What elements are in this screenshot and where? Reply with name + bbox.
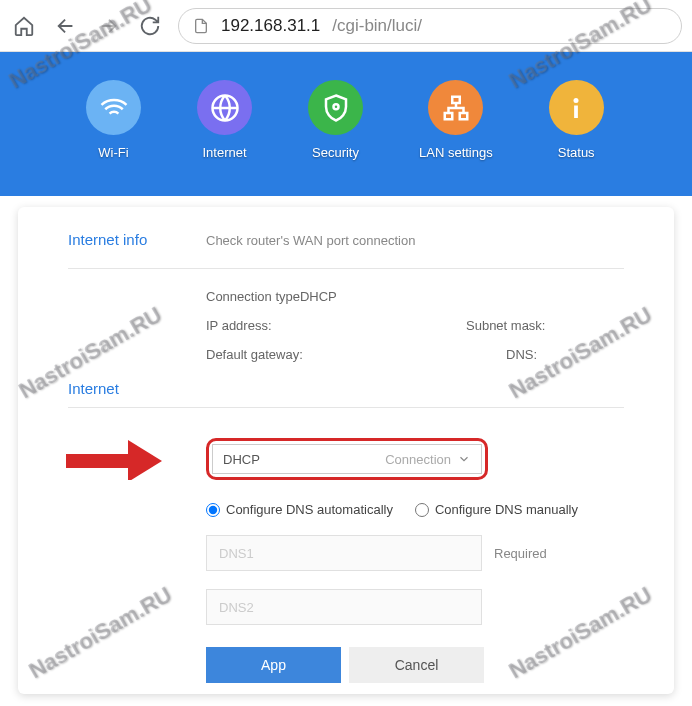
svg-marker-8	[128, 440, 162, 480]
globe-icon	[197, 80, 252, 135]
dns2-input[interactable]	[206, 589, 482, 625]
required-label: Required	[494, 546, 547, 561]
divider	[68, 268, 624, 269]
address-bar[interactable]: 192.168.31.1/cgi-bin/luci/	[178, 8, 682, 44]
dns-auto-radio[interactable]: Configure DNS automatically	[206, 502, 393, 517]
wan-hint: Check router's WAN port connection	[206, 231, 415, 248]
svg-rect-4	[460, 113, 468, 119]
svg-rect-7	[66, 454, 128, 468]
svg-rect-6	[574, 105, 578, 118]
dns-manual-radio[interactable]: Configure DNS manually	[415, 502, 578, 517]
shield-icon	[308, 80, 363, 135]
tab-security[interactable]: Security	[308, 80, 363, 160]
wifi-icon	[86, 80, 141, 135]
svg-point-1	[333, 104, 338, 109]
chevron-down-icon	[457, 452, 471, 466]
url-host: 192.168.31.1	[221, 16, 320, 36]
url-path: /cgi-bin/luci/	[332, 16, 422, 36]
dns1-input[interactable]	[206, 535, 482, 571]
apply-button[interactable]: App	[206, 647, 341, 683]
divider-2	[68, 407, 624, 408]
svg-point-5	[574, 98, 579, 103]
page-icon	[193, 18, 209, 34]
connection-info: Connection typeDHCP IP address: Subnet m…	[206, 289, 624, 362]
forward-icon	[94, 12, 122, 40]
svg-rect-3	[445, 113, 453, 119]
arrow-annotation	[66, 440, 162, 480]
svg-rect-2	[452, 96, 460, 102]
back-icon[interactable]	[52, 12, 80, 40]
tab-lan[interactable]: LAN settings	[419, 80, 493, 160]
internet-info-title: Internet info	[68, 231, 156, 248]
connection-type-select[interactable]: DHCP Connection	[212, 444, 482, 474]
cancel-button[interactable]: Cancel	[349, 647, 484, 683]
connection-type-highlight: DHCP Connection	[206, 438, 488, 480]
tab-internet[interactable]: Internet	[197, 80, 252, 160]
internet-section-title: Internet	[68, 380, 156, 397]
settings-card: Internet info Check router's WAN port co…	[18, 207, 674, 694]
home-icon[interactable]	[10, 12, 38, 40]
lan-icon	[428, 80, 483, 135]
tab-wifi[interactable]: Wi-Fi	[86, 80, 141, 160]
tab-bar: Wi-Fi Internet Security LAN settings Sta…	[0, 52, 692, 196]
info-icon	[549, 80, 604, 135]
browser-toolbar: 192.168.31.1/cgi-bin/luci/	[0, 0, 692, 52]
reload-icon[interactable]	[136, 12, 164, 40]
tab-status[interactable]: Status	[549, 80, 604, 160]
